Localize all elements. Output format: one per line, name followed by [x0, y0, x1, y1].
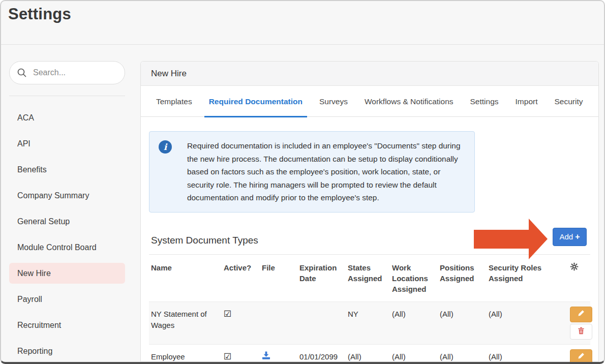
row-positions-assigned: (All) — [440, 307, 489, 320]
row-actions — [570, 307, 596, 340]
sidebar-item-general-setup[interactable]: General Setup — [9, 211, 125, 232]
system-document-types-table: Name Active? File Expiration Date States… — [149, 255, 590, 364]
tab-templates[interactable]: Templates — [156, 86, 192, 117]
sidebar-item-payroll[interactable]: Payroll — [9, 289, 125, 310]
col-active: Active? — [224, 255, 262, 280]
sidebar-menu: ACA API Benefits Company Summary General… — [9, 107, 125, 361]
sidebar-divider — [9, 96, 125, 96]
edit-button[interactable] — [570, 307, 592, 322]
row-actions — [570, 349, 596, 364]
add-button[interactable]: Add + — [553, 228, 587, 246]
trash-icon — [578, 327, 585, 337]
section-title: System Document Types — [151, 235, 258, 246]
row-expiration-date: 01/01/2099 — [299, 349, 348, 362]
sidebar-item-recruitment[interactable]: Recruitment — [9, 315, 125, 336]
pencil-icon — [578, 310, 585, 319]
file-download-icon[interactable] — [262, 349, 299, 362]
info-icon: i — [159, 140, 172, 154]
row-security-roles-assigned: (All) — [489, 307, 570, 320]
edit-button[interactable] — [570, 349, 592, 364]
search-icon — [17, 68, 27, 78]
tab-required-documentation[interactable]: Required Documentation — [209, 86, 302, 117]
table-header: Name Active? File Expiration Date States… — [149, 255, 590, 301]
new-hire-panel: New Hire Templates Required Documentatio… — [140, 61, 599, 362]
active-checkbox-icon: ☑ — [224, 307, 262, 320]
row-name: NY Statement of Wages — [149, 307, 224, 331]
tab-settings[interactable]: Settings — [470, 86, 499, 117]
col-states-assigned: States Assigned — [348, 255, 392, 291]
add-button-label: Add — [559, 232, 573, 241]
col-work-locations-assigned: Work Locations Assigned — [392, 255, 440, 301]
tab-security[interactable]: Security — [554, 86, 583, 117]
row-states-assigned: NY — [348, 307, 392, 320]
row-states-assigned: (All) — [348, 349, 392, 362]
row-expiration-date — [299, 307, 348, 309]
table-row: NY Statement of Wages ☑ NY (All) (All) (… — [149, 301, 590, 344]
col-name: Name — [149, 255, 224, 280]
page-title: Settings — [8, 5, 71, 23]
table-body: NY Statement of Wages ☑ NY (All) (All) (… — [149, 301, 590, 364]
col-expiration-date: Expiration Date — [299, 255, 348, 291]
row-work-locations-assigned: (All) — [392, 349, 440, 362]
table-row: Employee Handbook ☑ 01/01/2099 (All) (Al… — [149, 344, 590, 364]
tab-bar: Templates Required Documentation Surveys… — [141, 86, 598, 117]
tab-import[interactable]: Import — [516, 86, 538, 117]
section-header: System Document Types Add + — [149, 232, 590, 255]
col-file: File — [262, 255, 299, 280]
col-security-roles-assigned: Security Roles Assigned — [489, 255, 570, 291]
sidebar-item-module-control-board[interactable]: Module Control Board — [9, 237, 125, 258]
settings-sidebar: ACA API Benefits Company Summary General… — [9, 61, 125, 364]
row-work-locations-assigned: (All) — [392, 307, 440, 320]
row-name: Employee Handbook — [149, 349, 224, 364]
info-callout: i Required documentation is included in … — [149, 131, 475, 213]
tab-surveys[interactable]: Surveys — [319, 86, 348, 117]
tab-workflows-notifications[interactable]: Workflows & Notifications — [365, 86, 453, 117]
pencil-icon — [578, 352, 585, 361]
top-divider — [1, 44, 604, 45]
row-security-roles-assigned: (All) — [489, 349, 570, 362]
search-input[interactable] — [33, 68, 138, 77]
col-positions-assigned: Positions Assigned — [440, 255, 489, 291]
search-box[interactable] — [9, 61, 125, 84]
sidebar-item-benefits[interactable]: Benefits — [9, 159, 125, 180]
row-file — [262, 307, 299, 309]
sidebar-item-new-hire[interactable]: New Hire — [9, 263, 125, 284]
sidebar-item-api[interactable]: API — [9, 133, 125, 154]
table-settings-gear-icon[interactable] — [570, 255, 590, 271]
delete-button[interactable] — [570, 324, 592, 340]
settings-page: Settings ACA API Benefits Company Summar… — [0, 0, 605, 364]
panel-title: New Hire — [141, 62, 598, 86]
sidebar-item-company-summary[interactable]: Company Summary — [9, 185, 125, 206]
info-text: Required documentation is included in an… — [187, 139, 465, 204]
row-positions-assigned: (All) — [440, 349, 489, 362]
plus-icon: + — [575, 232, 580, 241]
sidebar-item-aca[interactable]: ACA — [9, 107, 125, 128]
active-checkbox-icon: ☑ — [224, 349, 262, 362]
sidebar-item-reporting[interactable]: Reporting — [9, 341, 125, 361]
